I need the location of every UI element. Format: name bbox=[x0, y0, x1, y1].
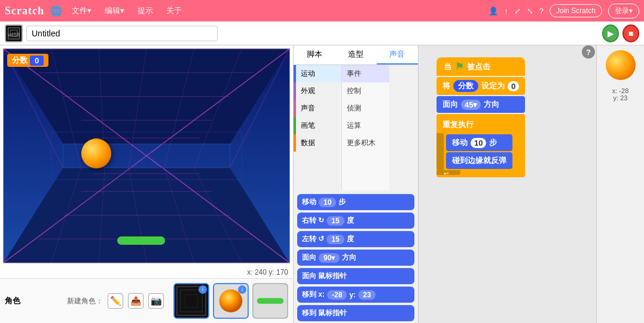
new-sprite-label: 新建角色： bbox=[67, 296, 103, 306]
scratch-logo: Scratch bbox=[5, 5, 44, 17]
sprite-info-badge2: i bbox=[238, 285, 246, 294]
set-score-block[interactable]: 将 分数 设定为 0 bbox=[437, 77, 525, 95]
fullscreen-icon[interactable]: ⤢ bbox=[514, 7, 521, 16]
block-face-dir[interactable]: 面向 90▾ 方向 bbox=[297, 250, 414, 266]
camera-sprite-btn[interactable]: 📷 bbox=[148, 293, 164, 309]
when-flag-clicked[interactable]: 当 ⚑ 被点击 bbox=[437, 57, 525, 76]
blocks-list: 移动 10 步 右转 ↻ 15 度 左转 ↺ 15 度 面向 90▾ 方向 面向… bbox=[294, 190, 418, 323]
subcat-operators[interactable]: 运算 bbox=[342, 117, 389, 134]
script-area: 当 ⚑ 被点击 将 分数 设定为 0 面向 45▾ 方向 重复执行 bbox=[419, 45, 596, 323]
tab-sound[interactable]: 声音 bbox=[377, 45, 418, 64]
block-turn-right[interactable]: 右转 ↻ 15 度 bbox=[297, 213, 414, 229]
repeat-block[interactable]: 重复执行 移动 10 步 碰到边缘就反弹 bbox=[437, 114, 525, 177]
top-bar: Scratch 🌐 文件▾ 编辑▾ 提示 关于 👤 ↑ ⤢ ⤡ ? Join S… bbox=[0, 0, 644, 21]
menu-tips[interactable]: 提示 bbox=[134, 3, 157, 19]
project-name-input[interactable] bbox=[26, 26, 218, 41]
script-canvas[interactable]: 当 ⚑ 被点击 将 分数 设定为 0 面向 45▾ 方向 重复执行 bbox=[419, 45, 596, 323]
block-goto-mouse[interactable]: 移到 鼠标指针 bbox=[297, 305, 414, 321]
login-button[interactable]: 登录▾ bbox=[608, 4, 639, 19]
categories-col: 运动 外观 声音 画笔 数据 bbox=[294, 65, 341, 190]
stage-canvas: 分数 0 bbox=[3, 48, 290, 263]
paint-sprite-btn[interactable]: ✏️ bbox=[108, 293, 123, 309]
sprites-label: 角色 bbox=[5, 296, 20, 306]
join-scratch-button[interactable]: Join Scratch bbox=[550, 4, 602, 17]
cat-data[interactable]: 数据 bbox=[294, 134, 341, 152]
svg-rect-42 bbox=[257, 298, 283, 304]
block-move[interactable]: 移动 10 步 bbox=[297, 194, 414, 210]
globe-icon[interactable]: 🌐 bbox=[50, 5, 62, 17]
upload-sprite-btn[interactable]: 📤 bbox=[128, 293, 144, 309]
tab-costume[interactable]: 造型 bbox=[335, 45, 376, 64]
sprite-thumb-bg[interactable]: i bbox=[173, 283, 209, 319]
green-flag-btn[interactable]: ▶ bbox=[602, 25, 619, 42]
coords-display: x: -28 y: 23 bbox=[612, 87, 629, 101]
cat-sound[interactable]: 声音 bbox=[294, 100, 341, 117]
sprite-thumb-ball[interactable]: i bbox=[213, 283, 249, 319]
svg-text:v458: v458 bbox=[8, 31, 20, 37]
person-icon: 👤 bbox=[489, 7, 498, 16]
score-label: 分数 bbox=[12, 55, 28, 66]
coords-display: x: 240 y: 170 bbox=[247, 268, 288, 276]
stage-area: 分数 0 x: 240 y: 170 角色 新建角色： ✏️ 📤 📷 bbox=[0, 45, 293, 323]
main: 分数 0 x: 240 y: 170 角色 新建角色： ✏️ 📤 📷 bbox=[0, 45, 644, 323]
paddle-sprite bbox=[117, 236, 165, 245]
top-bar-right: 👤 ↑ ⤢ ⤡ ? Join Scratch 登录▾ bbox=[489, 4, 639, 19]
sprite-thumb-paddle[interactable] bbox=[252, 283, 288, 319]
sprite-thumbnail-small: v458 bbox=[5, 24, 23, 42]
y-coord: y: 23 bbox=[612, 94, 629, 101]
smallscreen-icon[interactable]: ⤡ bbox=[527, 7, 533, 16]
block-goto-xy[interactable]: 移到 x: -28 y: 23 bbox=[297, 287, 414, 303]
block-turn-left[interactable]: 左转 ↺ 15 度 bbox=[297, 231, 414, 247]
tabs-row: 脚本 造型 声音 bbox=[294, 45, 418, 65]
menu-about[interactable]: 关于 bbox=[163, 3, 185, 19]
cat-motion[interactable]: 运动 bbox=[294, 65, 341, 82]
face-direction-block[interactable]: 面向 45▾ 方向 bbox=[437, 96, 525, 113]
script-block-main: 当 ⚑ 被点击 将 分数 设定为 0 面向 45▾ 方向 重复执行 bbox=[437, 57, 525, 177]
right-ball-preview bbox=[606, 50, 636, 80]
menu-file[interactable]: 文件▾ bbox=[68, 3, 95, 19]
svg-point-40 bbox=[219, 290, 243, 313]
score-value: 0 bbox=[30, 56, 44, 66]
subcat-sensing[interactable]: 侦测 bbox=[342, 100, 389, 117]
blocks-categories: 运动 外观 声音 画笔 数据 事件 控制 侦测 运算 bbox=[294, 65, 418, 190]
subcat-events[interactable]: 事件 bbox=[342, 65, 389, 82]
stop-btn[interactable]: ■ bbox=[622, 25, 639, 42]
cat-looks[interactable]: 外观 bbox=[294, 82, 341, 100]
sprite-info-badge: i bbox=[199, 285, 207, 294]
ball-sprite bbox=[81, 139, 111, 168]
menu-edit[interactable]: 编辑▾ bbox=[101, 3, 128, 19]
block-face-mouse[interactable]: 面向 鼠标指针 bbox=[297, 268, 414, 284]
help-button[interactable]: ? bbox=[582, 45, 595, 59]
x-coord: x: -28 bbox=[612, 87, 629, 94]
cat-pen[interactable]: 画笔 bbox=[294, 117, 341, 134]
second-bar: v458 ▶ ■ bbox=[0, 21, 644, 45]
subcat-more[interactable]: 更多积木 bbox=[342, 134, 389, 152]
sprites-panel: 角色 新建角色： ✏️ 📤 📷 i bbox=[0, 278, 293, 323]
tab-script[interactable]: 脚本 bbox=[294, 45, 335, 64]
blocks-panel: 脚本 造型 声音 运动 外观 声音 画笔 数据 bbox=[293, 45, 419, 323]
upload-icon: ↑ bbox=[504, 7, 508, 16]
help-icon[interactable]: ? bbox=[539, 7, 544, 16]
top-bar-left: Scratch 🌐 文件▾ 编辑▾ 提示 关于 bbox=[5, 3, 185, 19]
score-badge: 分数 0 bbox=[7, 54, 48, 67]
subcat-control[interactable]: 控制 bbox=[342, 82, 389, 100]
inner-move-block[interactable]: 移动 10 步 bbox=[446, 134, 512, 151]
subcats-col: 事件 控制 侦测 运算 更多积木 bbox=[341, 65, 389, 190]
stage-coords: x: 240 y: 170 bbox=[0, 266, 293, 278]
right-panel: x: -28 y: 23 bbox=[596, 45, 644, 323]
inner-bounce-block[interactable]: 碰到边缘就反弹 bbox=[446, 152, 512, 169]
